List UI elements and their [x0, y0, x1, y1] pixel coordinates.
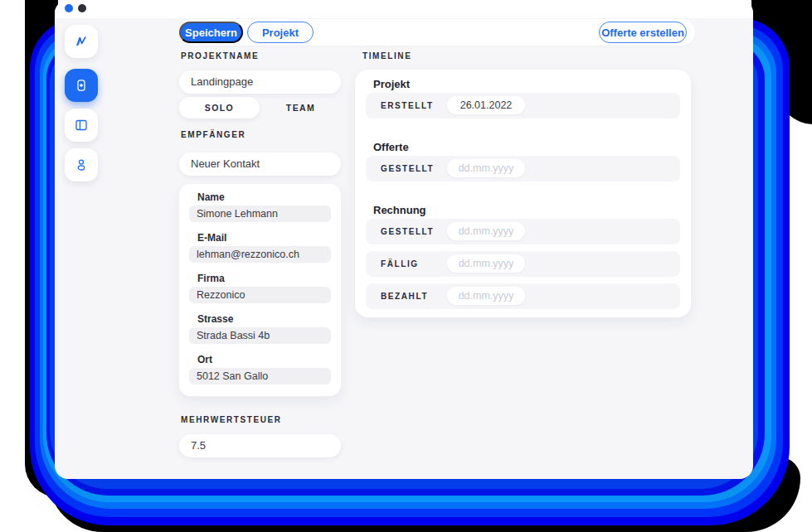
- project-button[interactable]: Projekt: [247, 22, 314, 43]
- timeline-row: FÄLLIG dd.mm.yyyy: [366, 251, 680, 277]
- timeline-section-title: Offerte: [373, 141, 409, 153]
- contact-name-input[interactable]: Simone Lehmann: [189, 206, 331, 222]
- contact-email-input[interactable]: lehman@rezzonico.ch: [189, 246, 331, 263]
- split-panel-icon: [74, 118, 89, 133]
- save-button[interactable]: Speichern: [179, 22, 243, 43]
- add-project-icon: [74, 78, 89, 93]
- date-input-faellig[interactable]: dd.mm.yyyy: [447, 254, 525, 273]
- timeline-row-label: GESTELLT: [381, 156, 434, 181]
- sidebar-item-documents[interactable]: [65, 109, 98, 142]
- sidebar-item-logo[interactable]: [65, 25, 98, 58]
- contact-city-input[interactable]: 5012 San Gallo: [189, 368, 331, 384]
- timeline-row: GESTELLT dd.mm.yyyy: [366, 156, 680, 181]
- date-input-rechnung-gestellt[interactable]: dd.mm.yyyy: [447, 222, 525, 240]
- date-input-bezahlt[interactable]: dd.mm.yyyy: [447, 287, 525, 305]
- contact-field-label: E-Mail: [197, 232, 226, 244]
- timeline-row-label: FÄLLIG: [381, 251, 419, 277]
- window-dot-dark[interactable]: [78, 4, 86, 12]
- timeline-section-title: Projekt: [373, 78, 410, 90]
- timeline-row-label: GESTELLT: [381, 219, 434, 244]
- mwst-label: MEHRWERTSTEUER: [181, 415, 282, 424]
- empfaenger-label: EMPFÄNGER: [181, 130, 246, 139]
- mode-option-team[interactable]: TEAM: [260, 97, 341, 118]
- create-offer-button[interactable]: Offerte erstellen: [599, 22, 687, 43]
- app-window: Speichern Projekt Offerte erstellen PROJ…: [55, 0, 753, 479]
- timeline-row: ERSTELLT 26.01.2022: [366, 93, 680, 118]
- contact-company-input[interactable]: Rezzonico: [189, 287, 331, 303]
- contact-card: Name Simone Lehmann E-Mail lehman@rezzon…: [179, 184, 341, 396]
- projektname-input[interactable]: Landingpage: [179, 70, 341, 94]
- logo-m-icon: [74, 34, 89, 49]
- timeline-row: BEZAHLT dd.mm.yyyy: [366, 283, 680, 309]
- contact-field-label: Firma: [197, 273, 225, 284]
- contact-street-input[interactable]: Strada Bassi 4b: [189, 327, 331, 344]
- sidebar-item-project[interactable]: [65, 69, 98, 102]
- mode-toggle: SOLO TEAM: [179, 97, 341, 118]
- titlebar: [55, 0, 753, 18]
- page: Speichern Projekt Offerte erstellen PROJ…: [0, 0, 812, 532]
- user-icon: [74, 157, 89, 172]
- window-dot-blue[interactable]: [65, 4, 73, 12]
- timeline-row-label: ERSTELLT: [381, 93, 434, 118]
- timeline-row: GESTELLT dd.mm.yyyy: [366, 219, 680, 244]
- timeline-section-title: Rechnung: [373, 204, 426, 216]
- contact-field-label: Name: [197, 191, 225, 203]
- mode-option-solo[interactable]: SOLO: [179, 97, 260, 118]
- sidebar-item-contacts[interactable]: [65, 148, 98, 181]
- empfaenger-select[interactable]: Neuer Kontakt: [179, 152, 341, 176]
- date-input-offerte-gestellt[interactable]: dd.mm.yyyy: [447, 159, 525, 177]
- projektname-label: PROJEKTNAME: [181, 51, 259, 60]
- mwst-input[interactable]: 7.5: [179, 434, 341, 457]
- timeline-title: TIMELINE: [362, 51, 411, 60]
- contact-field-label: Ort: [197, 354, 212, 365]
- timeline-card: Projekt ERSTELLT 26.01.2022 Offerte GEST…: [355, 70, 691, 317]
- date-input-erstellt[interactable]: 26.01.2022: [447, 96, 525, 114]
- timeline-row-label: BEZAHLT: [381, 283, 428, 309]
- contact-field-label: Strasse: [197, 313, 233, 325]
